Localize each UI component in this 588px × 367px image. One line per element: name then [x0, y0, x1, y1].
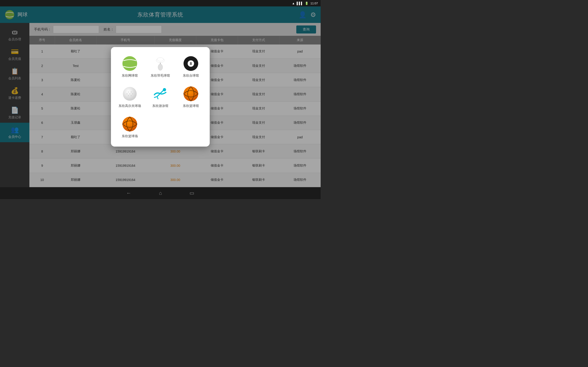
svg-point-13: [129, 93, 130, 94]
venue-item-golf[interactable]: 东欣高尔夫球场: [115, 83, 144, 111]
tennis-label: 东欣网球馆: [122, 74, 138, 78]
venue-item-billiards[interactable]: 8 东欣台球馆: [177, 52, 205, 81]
venue-grid: 东欣网球馆 东欣羽毛球馆 8: [115, 52, 205, 141]
svg-point-11: [130, 92, 132, 93]
venue-item-basketball2[interactable]: 东欣篮球场: [115, 113, 144, 141]
basketball2-label: 东欣篮球场: [122, 134, 138, 138]
back-button[interactable]: ←: [126, 190, 131, 196]
venue-item-swimming[interactable]: 东欣游泳馆: [146, 83, 174, 111]
billiards-label: 东欣台球馆: [183, 74, 199, 78]
home-button[interactable]: ⌂: [159, 190, 162, 196]
golf-icon: [121, 85, 138, 102]
venue-item-basketball1[interactable]: 东欣篮球馆: [177, 83, 205, 111]
swimming-icon: [152, 85, 169, 102]
venue-select-modal: 东欣网球馆 东欣羽毛球馆 8: [111, 47, 210, 147]
venue-item-tennis[interactable]: 东欣网球馆: [115, 52, 144, 81]
recent-button[interactable]: ▭: [190, 190, 194, 196]
venue-item-badminton[interactable]: 东欣羽毛球馆: [146, 52, 174, 81]
badminton-label: 东欣羽毛球馆: [151, 74, 170, 78]
tennis-icon: [121, 55, 138, 72]
svg-point-19: [122, 117, 137, 131]
wifi-icon: ▲: [292, 2, 295, 5]
svg-point-15: [128, 95, 129, 96]
golf-label: 东欣高尔夫球场: [119, 104, 141, 108]
svg-point-14: [132, 93, 133, 94]
basketball1-icon: [183, 85, 199, 102]
svg-point-1: [122, 56, 137, 71]
badminton-icon: [152, 55, 169, 72]
svg-point-12: [126, 93, 128, 94]
svg-point-5: [157, 58, 164, 61]
bottom-nav: ← ⌂ ▭: [0, 187, 321, 199]
billiards-icon: 8: [183, 55, 199, 72]
status-bar: ▲ ▌▌▌ 🔋 11:07: [0, 0, 321, 6]
basketball1-label: 东欣篮球馆: [183, 104, 199, 108]
time-display: 11:07: [310, 2, 318, 5]
battery-icon: 🔋: [305, 2, 309, 5]
basketball2-icon: [121, 116, 138, 132]
swimming-label: 东欣游泳馆: [152, 104, 168, 108]
svg-text:8: 8: [190, 62, 192, 66]
signal-icon: ▌▌▌: [297, 2, 303, 5]
svg-point-18: [183, 86, 198, 101]
svg-point-10: [128, 92, 129, 93]
svg-point-2: [158, 64, 163, 70]
svg-point-16: [130, 95, 132, 96]
modal-overlay[interactable]: 东欣网球馆 东欣羽毛球馆 8: [0, 6, 321, 187]
